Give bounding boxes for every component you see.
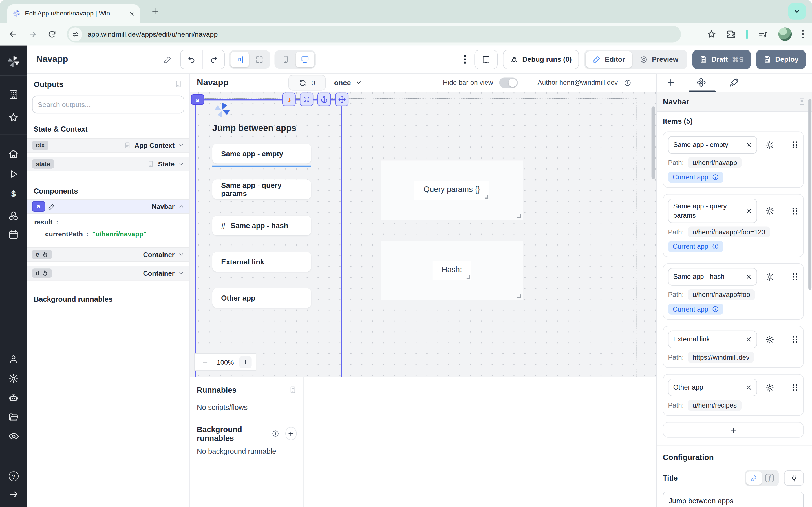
desktop-view-button[interactable] (296, 52, 314, 67)
back-icon[interactable] (8, 30, 17, 39)
nav-item-query-params[interactable]: Same app - query params (212, 179, 311, 199)
chevron-down-icon[interactable] (178, 142, 185, 149)
search-outputs-input[interactable] (38, 101, 179, 108)
zoom-out-button[interactable]: − (199, 356, 211, 369)
profile-avatar[interactable] (778, 27, 792, 41)
item-1-settings-gear-icon[interactable] (765, 140, 774, 149)
connect-plug-icon[interactable] (784, 470, 804, 486)
help-icon[interactable]: ? (0, 471, 27, 481)
fx-expression-icon[interactable]: ƒ (762, 471, 777, 485)
settings-scrollbar[interactable] (808, 99, 811, 290)
item-3-drag-handle[interactable] (792, 273, 799, 281)
styling-brush-tab[interactable] (728, 78, 739, 88)
clear-icon[interactable] (746, 385, 752, 391)
title-input[interactable] (663, 492, 804, 507)
center-align-button[interactable] (231, 52, 249, 67)
move-icon[interactable] (335, 93, 349, 106)
ctx-doc-icon[interactable] (123, 142, 131, 149)
docs-book-button[interactable] (474, 49, 498, 69)
rename-pencil-icon[interactable] (163, 55, 172, 63)
site-settings-icon[interactable] (68, 27, 82, 41)
item-2-settings-gear-icon[interactable] (765, 207, 774, 215)
user-icon[interactable] (0, 354, 27, 364)
hide-bar-toggle[interactable] (499, 77, 518, 88)
browser-tab[interactable]: Edit App u/henri/navapp | Win (7, 4, 140, 23)
schedules-calendar-icon[interactable] (0, 229, 27, 240)
author-info-icon[interactable] (624, 79, 631, 86)
expand-rail-icon[interactable] (0, 490, 27, 499)
component-row-e[interactable]: e Container (27, 247, 190, 262)
zoom-in-button[interactable]: + (239, 356, 252, 369)
media-playlist-icon[interactable] (758, 29, 768, 39)
tab-close-icon[interactable] (129, 11, 135, 16)
ctx-row[interactable]: ctx App Context (27, 138, 190, 152)
item-5-drag-handle[interactable] (792, 383, 799, 392)
chevron-up-icon[interactable] (178, 203, 185, 210)
app-canvas[interactable]: a Jump between apps Same app - emp (190, 92, 656, 377)
new-tab-button[interactable] (151, 7, 159, 15)
mobile-view-button[interactable] (276, 52, 295, 67)
canvas-scrollbar[interactable] (652, 107, 655, 179)
hash-text[interactable]: Hash: (432, 261, 471, 280)
workspace-building-icon[interactable] (0, 90, 27, 100)
expand-down-icon[interactable] (282, 93, 296, 106)
chevron-down-icon[interactable] (178, 270, 185, 276)
fullwidth-button[interactable] (250, 52, 269, 67)
resources-cubes-icon[interactable] (0, 211, 27, 221)
home-icon[interactable] (0, 149, 27, 159)
fullscreen-icon[interactable] (300, 93, 313, 106)
query-params-container[interactable]: Query params {} (380, 160, 523, 220)
nav-item-same-app-empty[interactable]: Same app - empty (212, 144, 311, 164)
debug-runs-button[interactable]: Debug runs (0) (503, 49, 579, 69)
browser-menu-icon[interactable] (802, 30, 804, 38)
url-bar[interactable]: app.windmill.dev/apps/edit/u/henri/navap… (67, 26, 681, 43)
item-4-label-field[interactable]: External link (668, 331, 757, 348)
item-4-settings-gear-icon[interactable] (765, 335, 774, 344)
item-4-drag-handle[interactable] (792, 335, 799, 343)
runnables-doc-icon[interactable] (289, 386, 297, 394)
clear-icon[interactable] (746, 142, 752, 148)
query-params-text[interactable]: Query params {} (414, 180, 490, 200)
add-navbar-item-button[interactable] (663, 422, 804, 438)
nav-item-other-app[interactable]: Other app (212, 288, 311, 308)
favorites-star-icon[interactable] (0, 112, 27, 123)
windmill-logo-icon[interactable] (0, 55, 27, 68)
outputs-search[interactable] (32, 96, 185, 113)
nav-item-hash[interactable]: #Same app - hash (212, 216, 311, 235)
clear-icon[interactable] (746, 274, 752, 280)
settings-gear-icon[interactable] (0, 374, 27, 384)
component-settings-tab[interactable] (696, 78, 707, 88)
add-background-runnable-button[interactable] (285, 427, 297, 440)
nav-item-external-link[interactable]: External link (212, 252, 311, 272)
item-2-label-field[interactable]: Same app - query params (668, 199, 757, 223)
folders-icon[interactable] (0, 412, 27, 422)
item-5-settings-gear-icon[interactable] (765, 383, 774, 392)
run-mode-dropdown[interactable]: once (334, 78, 362, 87)
item-1-label-field[interactable]: Same app - empty (668, 136, 757, 154)
redo-button[interactable] (202, 50, 224, 68)
clear-icon[interactable] (746, 208, 752, 214)
draft-button[interactable]: Draft ⌘S (693, 49, 751, 69)
window-chevron-button[interactable] (788, 3, 806, 20)
runs-play-icon[interactable] (0, 169, 27, 179)
hash-container[interactable]: Hash: (380, 240, 523, 300)
refresh-count-button[interactable]: 0 (289, 75, 326, 91)
variables-dollar-icon[interactable]: $ (0, 189, 27, 199)
more-menu-icon[interactable] (461, 55, 469, 63)
edit-pencil-icon[interactable] (48, 203, 55, 210)
item-3-label-field[interactable]: Same app - hash (668, 268, 757, 286)
item-5-label-field[interactable]: Other app (668, 379, 757, 396)
deploy-button[interactable]: Deploy (756, 49, 806, 69)
component-row-d[interactable]: d Container (27, 266, 190, 280)
item-2-drag-handle[interactable] (792, 207, 799, 215)
outputs-doc-icon[interactable] (174, 80, 183, 88)
audit-eye-icon[interactable] (0, 431, 27, 442)
background-info-icon[interactable] (272, 430, 279, 437)
bookmark-star-icon[interactable] (707, 30, 716, 39)
undo-button[interactable] (181, 50, 202, 68)
anchor-icon[interactable] (317, 93, 331, 106)
state-row[interactable]: state State (27, 157, 190, 171)
clear-icon[interactable] (746, 336, 752, 342)
insert-component-tab[interactable] (666, 78, 676, 88)
static-pencil-icon[interactable] (746, 471, 762, 485)
